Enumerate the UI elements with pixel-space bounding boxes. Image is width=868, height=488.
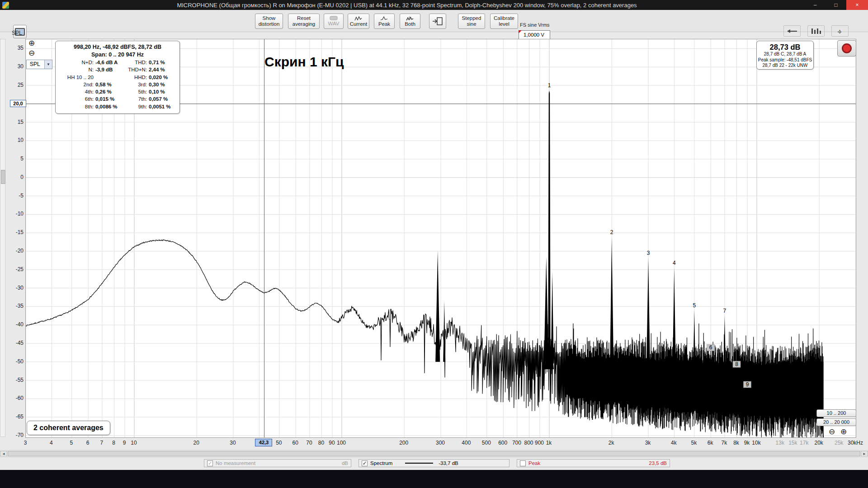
record-icon (842, 43, 852, 53)
x-axis-tick: 13k (776, 440, 784, 446)
x-axis-tick: 5k (691, 440, 697, 446)
stat-label: HHD: (123, 74, 149, 81)
readout-stats-row: 4th:0,26 %5th:0,10 % (59, 88, 176, 95)
current-button[interactable]: Current (348, 14, 369, 29)
scroll-right-icon: ► (863, 452, 866, 456)
x-axis-tick: 4k (671, 440, 677, 446)
y-axis-tick: -65 (6, 413, 24, 420)
pan-button[interactable]: ↔ ↕ (831, 25, 849, 37)
x-axis-tick: 1k (546, 440, 552, 446)
spectrum-checkbox[interactable]: ✓ (362, 460, 368, 466)
y-axis-tick: -20 (6, 248, 24, 254)
x-axis-tick: 2k (609, 440, 614, 446)
stat-label: N+D: (59, 59, 95, 66)
y-axis-tick: -60 (6, 395, 24, 401)
bottom-strip (0, 470, 868, 488)
fs-sine-label: FS sine Vrms (520, 22, 550, 28)
calibrate-level-button[interactable]: Calibrate level (490, 14, 518, 29)
x-axis-tick: 8 (112, 440, 115, 446)
fs-sine-input[interactable] (519, 30, 550, 39)
bars-display-button[interactable] (807, 25, 825, 37)
scale-settings-button[interactable] (783, 25, 801, 37)
peak-checkbox[interactable] (520, 460, 526, 466)
close-button[interactable]: × (846, 0, 868, 10)
y-zoom-out-button[interactable]: ⊖ (27, 49, 36, 58)
minimize-button[interactable]: – (805, 0, 826, 10)
x-axis-tick: 900 (535, 440, 544, 446)
x-axis-tick: 20 (193, 440, 199, 446)
scroll-right-button[interactable]: ► (861, 451, 868, 456)
show-distortion-button[interactable]: Show distortion (255, 14, 283, 29)
check-icon: ✓ (363, 460, 367, 466)
both-button[interactable]: Both (400, 14, 420, 29)
x-axis-tick: 4 (50, 440, 53, 446)
y-axis-tick: -25 (6, 266, 24, 272)
current-label: Current (350, 21, 367, 27)
stepped-sine-button[interactable]: Stepped sine (458, 14, 485, 29)
range-button-high[interactable]: 20 .. 20 000 (816, 418, 856, 426)
close-icon: × (855, 2, 859, 8)
y-axis-tick: -45 (6, 340, 24, 346)
y-zoom-in-button[interactable]: ⊕ (27, 39, 36, 48)
harmonic-label: 9 (746, 381, 749, 388)
x-axis-tick: 6 (86, 440, 90, 446)
status-panel-measurement: ✓ No measurement dB (204, 459, 351, 467)
x-axis-tick: 90 (329, 440, 335, 446)
vertical-scrollbar-thumb[interactable] (1, 170, 5, 184)
scroll-left-button[interactable]: ◄ (0, 451, 7, 456)
x-axis-tick: 300 (436, 440, 445, 446)
level-detail-line: 28,7 dB C, 28,7 dB A (757, 52, 813, 57)
peak-spectrum-icon (380, 16, 388, 21)
y-axis-tick: -30 (6, 285, 24, 291)
vertical-scrollbar[interactable] (0, 39, 5, 437)
readout-stats-row: 8th:0,0086 %9th:0,0051 % (59, 103, 176, 110)
reset-averaging-button[interactable]: Reset averaging (288, 14, 320, 29)
harmonic-label: 1 (548, 82, 551, 89)
y-unit-select[interactable]: SPL ▼ (26, 60, 52, 69)
maximize-button[interactable]: □ (826, 0, 846, 10)
no-measurement-label: No measurement (216, 460, 255, 466)
x-axis-tick: 50 (276, 440, 282, 446)
x-axis-tick: 6k (708, 440, 713, 446)
readout-stats-row: N:-3,9 dBTHD+N:2,44 % (59, 66, 176, 73)
peak-level-value: 23,5 dB (649, 460, 667, 466)
spectrum-label: Spectrum (370, 460, 392, 466)
harmonic-label: 4 (673, 260, 676, 266)
averages-badge: 2 coherent averages (27, 421, 110, 435)
stat-value: 0,71 % (149, 59, 176, 66)
scroll-left-icon: ◄ (2, 452, 5, 456)
status-panel-peak: Peak 23,5 dB (517, 459, 670, 467)
minimize-icon: – (814, 2, 817, 8)
record-button[interactable] (837, 40, 856, 56)
x-axis-tick: 20k (814, 440, 823, 446)
wav-label: WAV (328, 21, 340, 27)
peak-button[interactable]: Peak (374, 14, 395, 29)
horizontal-scrollbar[interactable]: ◄ ► (0, 450, 868, 457)
stat-label: 4th: (59, 88, 95, 95)
y-axis-tick: 0 (6, 174, 24, 180)
wav-button[interactable]: WAV (324, 14, 344, 29)
x-zoom-in-button[interactable]: ⊕ (839, 427, 848, 436)
level-meter-box: 28,73 dB 28,7 dB C, 28,7 dB APeak sample… (756, 41, 814, 70)
x-axis-tick: 70 (306, 440, 312, 446)
horizontal-scrollbar-thumb[interactable] (8, 451, 860, 456)
y-axis-tick: -50 (6, 358, 24, 365)
app-icon (2, 2, 9, 9)
stat-label: THD: (123, 59, 149, 66)
stat-value: 0,057 % (149, 95, 176, 103)
x-axis-tick: 9 (123, 440, 126, 446)
y-axis-tick: 25 (6, 82, 24, 88)
range-button-low[interactable]: 10 .. 200 (816, 409, 856, 417)
measurement-readout: 998,20 Hz, -48,92 dBFS, 28,72 dB Span: 0… (55, 41, 180, 114)
no-measurement-checkbox[interactable]: ✓ (207, 460, 213, 466)
x-axis-tick: 17k (800, 440, 808, 446)
x-zoom-out-button[interactable]: ⊖ (827, 427, 836, 436)
readout-frequency-line: 998,20 Hz, -48,92 dBFS, 28,72 dB (59, 43, 176, 51)
x-axis-tick: 200 (399, 440, 408, 446)
x-axis-tick: 600 (498, 440, 507, 446)
stat-label: 3rd: (123, 81, 149, 88)
level-details: 28,7 dB C, 28,7 dB APeak sample: -48,51 … (757, 52, 813, 69)
meter-icon (786, 28, 798, 35)
generator-button[interactable] (429, 14, 446, 29)
stat-value (95, 74, 123, 81)
